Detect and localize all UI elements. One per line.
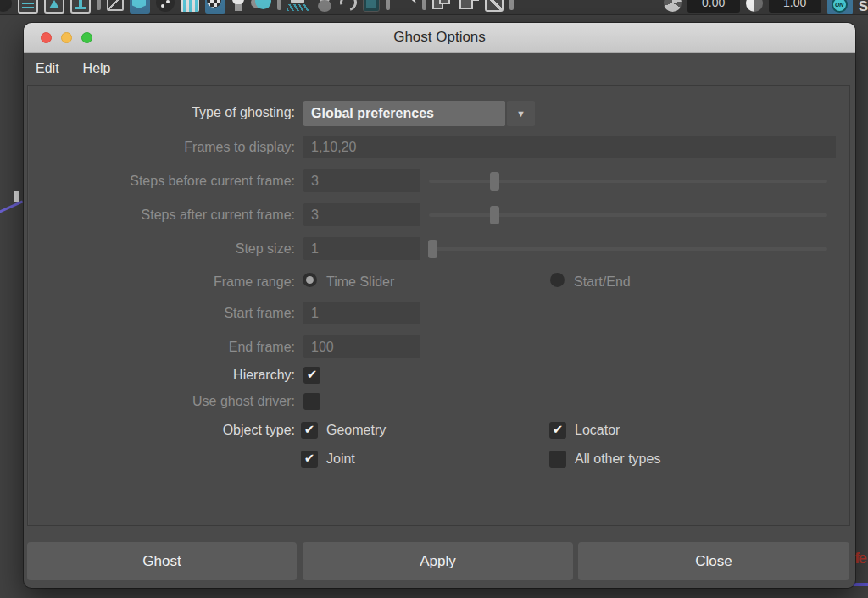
- start-frame-label: Start frame:: [35, 306, 295, 321]
- frame-range-label: Frame range:: [35, 274, 295, 290]
- geometry-checkbox-label: Geometry: [326, 423, 386, 438]
- end-frame-label: End frame:: [35, 340, 295, 355]
- clipped-edge-letter: S: [859, 0, 868, 15]
- viewport-handle-artifact: [14, 191, 19, 202]
- object-type-geometry-checkbox[interactable]: ✔: [301, 422, 318, 439]
- sphere-dots-icon[interactable]: [156, 0, 175, 12]
- toolbar-separator: [386, 0, 390, 10]
- steps-before-slider-handle: [490, 172, 499, 191]
- type-of-ghosting-label: Type of ghosting:: [35, 105, 295, 120]
- all-other-types-checkbox-label: All other types: [575, 451, 660, 467]
- zoom-window-button[interactable]: [81, 32, 92, 43]
- select-cursor-icon[interactable]: [396, 0, 416, 12]
- end-frame-field: 100: [303, 335, 420, 358]
- object-type-label: Object type:: [35, 423, 295, 438]
- options-panel: Type of ghosting: Global preferences ▼ F…: [27, 85, 850, 526]
- pie-circle-icon[interactable]: [664, 0, 682, 12]
- object-type-locator-checkbox[interactable]: ✔: [549, 422, 566, 439]
- locator-checkbox-label: Locator: [575, 423, 620, 438]
- lightbulb-icon[interactable]: [231, 0, 245, 12]
- shaded-sphere-icon[interactable]: [251, 0, 271, 12]
- steps-after-label: Steps after current frame:: [35, 208, 295, 223]
- start-end-radio-label: Start/End: [574, 274, 631, 290]
- close-button[interactable]: Close: [578, 542, 849, 580]
- steps-after-slider-track: [429, 213, 827, 217]
- toolbar-separator: [422, 0, 426, 10]
- textured-cube-icon[interactable]: [181, 0, 199, 12]
- check-icon: ✔: [553, 422, 564, 437]
- on-toggle-button[interactable]: ON: [827, 0, 853, 14]
- step-size-slider-handle: [428, 240, 437, 258]
- use-ghost-driver-label: Use ghost driver:: [35, 394, 295, 409]
- start-frame-field: 1: [303, 302, 420, 324]
- hierarchy-label: Hierarchy:: [35, 368, 295, 383]
- close-window-button[interactable]: [41, 32, 52, 43]
- export-square-icon[interactable]: [485, 0, 504, 12]
- time-slider-radio-label: Time Slider: [326, 274, 394, 290]
- tool-ball-icon[interactable]: [0, 0, 12, 12]
- check-icon: ✔: [304, 451, 315, 466]
- steps-after-slider-handle: [490, 206, 499, 224]
- hierarchy-checkbox[interactable]: ✔: [303, 367, 320, 384]
- maya-status-toolbar: 0.00 1.00 ON S: [0, 0, 868, 15]
- steps-before-field: 3: [303, 169, 420, 192]
- steps-before-slider-track: [429, 180, 827, 183]
- wireframe-cube-icon[interactable]: [107, 0, 124, 11]
- apply-button[interactable]: Apply: [303, 542, 573, 580]
- object-type-joint-checkbox[interactable]: ✔: [301, 451, 318, 468]
- joint-checkbox-label: Joint: [326, 451, 355, 467]
- transform-value-field-1[interactable]: 0.00: [687, 0, 740, 13]
- steps-after-field: 3: [303, 203, 420, 226]
- ghost-options-window: Ghost Options Edit Help Type of ghosting…: [24, 23, 855, 588]
- minimize-window-button[interactable]: [61, 32, 72, 43]
- hand-hatch-icon[interactable]: [287, 0, 309, 12]
- triangle-display-icon[interactable]: [44, 0, 64, 14]
- frames-to-display-field: 1,10,20: [303, 136, 836, 158]
- use-ghost-driver-checkbox: ✔: [303, 393, 320, 410]
- checker-sphere-icon[interactable]: [205, 0, 225, 14]
- type-of-ghosting-select[interactable]: Global preferences: [303, 101, 505, 126]
- frames-to-display-label: Frames to display:: [35, 140, 295, 155]
- color-swatch-icon[interactable]: [363, 0, 380, 12]
- frame-range-start-end-radio: [550, 273, 565, 287]
- check-icon: ✔: [307, 367, 318, 382]
- toolbar-separator: [277, 0, 281, 10]
- shaded-cube-icon[interactable]: [130, 0, 150, 14]
- arc-rotate-icon[interactable]: [337, 0, 359, 14]
- copy-squares-icon[interactable]: [432, 0, 453, 12]
- half-circle-icon[interactable]: [746, 0, 763, 12]
- step-size-field: 1: [303, 237, 420, 260]
- ibeam-display-icon[interactable]: [70, 0, 91, 14]
- viewport-red-artifact: fe: [854, 549, 865, 568]
- uv-grid-icon[interactable]: [18, 0, 38, 14]
- transform-value-field-2[interactable]: 1.00: [769, 0, 821, 13]
- viewport-wire-artifact: [0, 201, 23, 214]
- steps-before-label: Steps before current frame:: [35, 174, 295, 189]
- paste-squares-icon[interactable]: [459, 0, 479, 12]
- window-title: Ghost Options: [393, 29, 486, 46]
- chevron-down-icon: ▼: [516, 108, 526, 119]
- step-size-slider-track: [429, 247, 827, 251]
- viewport-wire-artifact: [853, 583, 868, 586]
- ghost-button[interactable]: Ghost: [27, 542, 297, 580]
- menu-edit[interactable]: Edit: [36, 61, 59, 76]
- frame-range-time-slider-radio: [303, 273, 317, 287]
- dropdown-arrow-button[interactable]: ▼: [507, 101, 535, 126]
- menu-help[interactable]: Help: [83, 61, 111, 76]
- dialog-menubar: Edit Help: [24, 53, 855, 85]
- check-icon: ✔: [304, 422, 315, 437]
- object-type-all-other-types-checkbox[interactable]: ✔: [549, 451, 566, 468]
- traffic-lights: [41, 32, 92, 43]
- window-titlebar[interactable]: Ghost Options: [24, 23, 855, 53]
- circle-stack-icon[interactable]: [315, 0, 334, 12]
- toolbar-separator: [509, 0, 514, 10]
- toolbar-separator: [97, 0, 101, 10]
- step-size-label: Step size:: [35, 241, 295, 257]
- dialog-button-row: Ghost Apply Close: [24, 542, 855, 580]
- maya-screen: 0.00 1.00 ON S fe Ghost Options Edit Hel…: [0, 0, 868, 598]
